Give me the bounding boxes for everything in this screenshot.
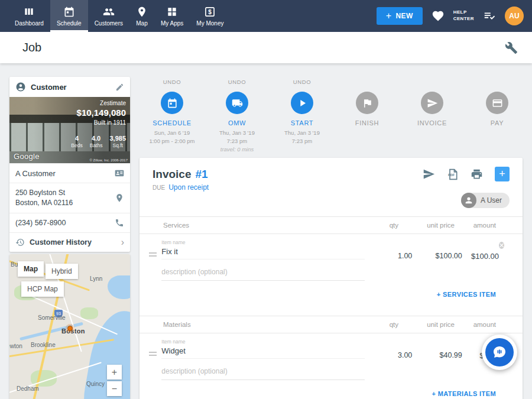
- item-name-input[interactable]: [161, 345, 365, 359]
- workflow-step-label: INVOICE: [417, 119, 447, 126]
- customer-icon: [15, 82, 26, 92]
- help-center-link[interactable]: HELP CENTER: [453, 9, 474, 22]
- customers-icon: [103, 6, 115, 18]
- nav-item-my-money[interactable]: $ My Money: [190, 0, 230, 32]
- map-card: 93 Burlington Lynn Somerville Boston New…: [9, 254, 130, 399]
- map-type-button-map[interactable]: Map: [18, 261, 44, 277]
- drag-handle-icon[interactable]: [149, 239, 161, 281]
- sqft-label: Sq.ft: [109, 142, 126, 148]
- zoom-in-button[interactable]: +: [107, 365, 122, 379]
- map-label-newton: Newton: [9, 343, 22, 349]
- contact-card-icon[interactable]: [115, 168, 124, 178]
- map-pin-icon: [136, 6, 148, 18]
- checklist-icon[interactable]: [483, 9, 496, 22]
- item-description-input[interactable]: [161, 365, 365, 380]
- zoom-out-button[interactable]: −: [107, 381, 122, 396]
- history-icon: [15, 238, 25, 247]
- care-heart-icon[interactable]: [432, 9, 445, 22]
- page-header: Job: [0, 32, 532, 63]
- google-logo: Google: [14, 152, 40, 161]
- workflow-step-label: PAY: [491, 119, 504, 126]
- phone-icon[interactable]: [115, 218, 124, 228]
- help-center-line1: HELP: [453, 9, 467, 15]
- invoice-step-button[interactable]: [421, 92, 443, 114]
- due-label: DUE: [153, 184, 165, 191]
- chat-bubble-button[interactable]: [482, 335, 517, 370]
- map-label-lynn: Lynn: [90, 275, 102, 282]
- workflow-step-start: UNDO START Thu, Jan 3 '197:23 pm: [270, 79, 335, 153]
- apps-grid-icon: [166, 6, 178, 18]
- nav-item-customers[interactable]: Customers: [88, 0, 129, 32]
- property-photo: Zestimate $10,149,080 Built in 1911 4 Be…: [9, 97, 130, 163]
- nav-item-schedule[interactable]: Schedule: [50, 0, 88, 32]
- edit-pencil-icon[interactable]: [115, 83, 124, 92]
- job-location-marker[interactable]: [67, 326, 73, 331]
- due-terms-link[interactable]: Upon receipt: [168, 183, 209, 192]
- map-type-button-hcp[interactable]: HCP Map: [21, 281, 64, 297]
- assigned-user-chip[interactable]: A User: [461, 193, 510, 208]
- item-description-input[interactable]: [161, 265, 365, 281]
- item-qty[interactable]: 3.00: [365, 339, 412, 380]
- workflow-step-schedule: UNDO SCHEDULE Sun, Jan 6 '191:00 pm - 2:…: [140, 79, 205, 153]
- customer-name-row: A Customer: [9, 163, 130, 183]
- assigned-user-name: A User: [481, 196, 502, 205]
- remove-item-button[interactable]: ✕: [499, 242, 504, 249]
- omw-step-button[interactable]: [226, 92, 248, 114]
- workflow-step-invoice: INVOICE: [400, 79, 465, 153]
- nav-label: Map: [136, 20, 147, 27]
- nav-item-my-apps[interactable]: My Apps: [154, 0, 190, 32]
- dashboard-icon: [23, 6, 35, 18]
- print-icon[interactable]: [471, 168, 483, 180]
- map-label-somerville: Somerville: [38, 314, 66, 321]
- customer-history-row[interactable]: Customer History ›: [9, 232, 130, 252]
- section-name: Services: [163, 222, 345, 229]
- item-unit-price[interactable]: $40.99: [412, 339, 462, 380]
- nav-label: Dashboard: [15, 20, 44, 27]
- top-navigation: Dashboard Schedule Customers Map My Apps…: [0, 0, 532, 32]
- pay-step-button[interactable]: [486, 92, 508, 114]
- item-qty[interactable]: 1.00: [365, 239, 412, 281]
- add-invoice-item-button[interactable]: +: [495, 167, 510, 181]
- truck-icon: [232, 98, 243, 109]
- finish-step-button[interactable]: [356, 92, 378, 114]
- add-services-item-link[interactable]: + SERVICES ITEM: [437, 291, 496, 298]
- beds-value: 4: [71, 135, 82, 142]
- qty-column-header: qty: [345, 222, 398, 229]
- calendar-icon: [167, 98, 178, 109]
- map-label-dedham: Dedham: [17, 385, 39, 392]
- map-type-button-hybrid[interactable]: Hybrid: [46, 264, 78, 279]
- add-materials-item-link[interactable]: + MATERIALS ITEM: [432, 390, 496, 397]
- customer-card-header: Customer: [9, 77, 130, 97]
- workflow-step-label: SCHEDULE: [153, 119, 192, 126]
- new-button[interactable]: + NEW: [377, 7, 423, 25]
- invoice-number[interactable]: #1: [195, 168, 207, 181]
- drag-handle-icon[interactable]: [149, 339, 161, 380]
- schedule-step-button[interactable]: [161, 92, 183, 114]
- nav-item-map[interactable]: Map: [129, 0, 154, 32]
- svg-text:$: $: [209, 8, 212, 15]
- send-icon: [427, 98, 438, 109]
- customer-address-row: 250 Boylston St Boston, MA 02116: [9, 183, 130, 213]
- workflow-step-label: OMW: [228, 119, 246, 126]
- item-name-input[interactable]: [161, 245, 365, 259]
- undo-omw-link[interactable]: UNDO: [228, 79, 246, 87]
- send-invoice-icon[interactable]: [423, 168, 435, 180]
- plus-icon: +: [386, 11, 392, 21]
- start-step-button[interactable]: [291, 92, 313, 114]
- undo-start-link[interactable]: UNDO: [293, 79, 311, 87]
- workflow-step-date: Thu, Jan 3 '197:23 pm: [284, 129, 320, 146]
- user-avatar[interactable]: AU: [505, 7, 524, 25]
- new-button-label: NEW: [396, 12, 413, 20]
- credit-card-icon: [492, 98, 503, 109]
- workflow-step-date: Thu, Jan 3 '197:23 pm: [219, 129, 255, 146]
- zestimate-label: Zestimate: [77, 100, 126, 106]
- customer-name: A Customer: [15, 169, 56, 178]
- location-pin-icon[interactable]: [115, 193, 124, 203]
- undo-schedule-link[interactable]: UNDO: [163, 79, 181, 87]
- pdf-icon[interactable]: PDF: [447, 168, 459, 180]
- nav-item-dashboard[interactable]: Dashboard: [8, 0, 50, 32]
- help-center-line2: CENTER: [453, 16, 474, 21]
- job-tools-icon[interactable]: [505, 41, 518, 54]
- zillow-credit: © Zillow, Inc. 2006-2017: [90, 158, 128, 162]
- item-unit-price[interactable]: $100.00: [412, 239, 462, 281]
